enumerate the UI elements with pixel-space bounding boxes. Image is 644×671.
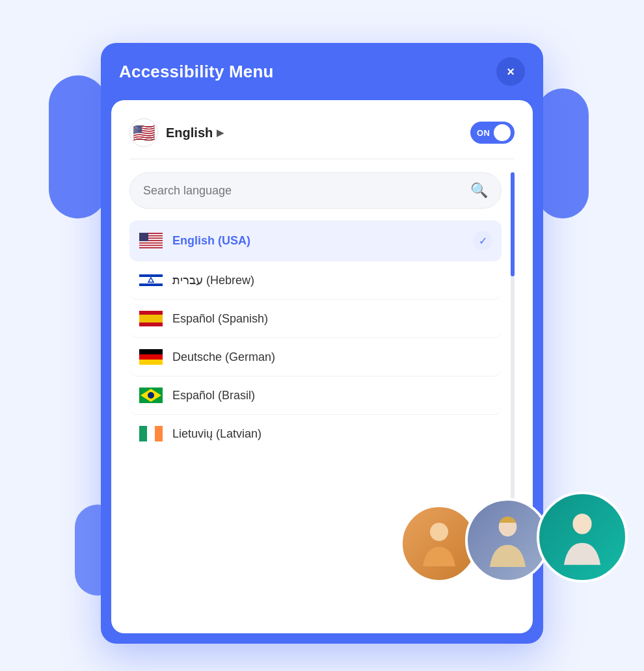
- svg-point-19: [148, 392, 154, 399]
- lang-name-he: עברית (Hebrew): [172, 273, 492, 287]
- lang-name-pt-br: Español (Brasil): [172, 389, 492, 402]
- flag-en-us: [139, 232, 163, 249]
- lang-name-de: Deutsche (German): [172, 350, 492, 364]
- svg-rect-22: [155, 426, 163, 441]
- check-icon: ✓: [473, 231, 492, 250]
- svg-rect-13: [139, 315, 163, 322]
- lang-item-en-us[interactable]: English (USA)✓: [129, 220, 502, 261]
- scrollbar-thumb: [511, 172, 515, 276]
- lang-item-pt-br[interactable]: Español (Brasil): [129, 376, 502, 415]
- blob-left: [49, 75, 107, 218]
- flag-he: [139, 272, 163, 289]
- search-icon: 🔍: [470, 182, 488, 199]
- lang-item-lt[interactable]: Lietuvių (Latvian): [129, 415, 502, 453]
- language-row: 🇺🇸 English ▶ ON: [129, 118, 515, 159]
- modal-header: Accessibility Menu ×: [101, 43, 543, 100]
- scene: Accessibility Menu × 🇺🇸 English ▶ ON: [68, 36, 576, 635]
- svg-rect-20: [139, 426, 147, 441]
- language-list: English (USA)✓עברית (Hebrew)Español (Spa…: [129, 220, 502, 453]
- search-input[interactable]: [143, 184, 470, 198]
- lang-name-lt: Lietuvių (Latvian): [172, 427, 492, 441]
- lang-name-en-us: English (USA): [172, 234, 464, 248]
- flag-es: [139, 310, 163, 327]
- flag-pt-br: [139, 387, 163, 404]
- search-box: 🔍: [129, 172, 502, 209]
- current-language-label[interactable]: English ▶: [166, 125, 224, 140]
- lang-item-es[interactable]: Español (Spanish): [129, 300, 502, 338]
- toggle-label: ON: [477, 128, 490, 138]
- close-button[interactable]: ×: [496, 57, 525, 86]
- arrow-icon: ▶: [217, 127, 224, 138]
- lang-left: 🇺🇸 English ▶: [129, 118, 224, 147]
- svg-point-23: [430, 523, 448, 541]
- flag-de: [139, 349, 163, 365]
- svg-rect-21: [147, 426, 155, 441]
- svg-rect-4: [139, 241, 163, 243]
- svg-rect-7: [139, 233, 148, 241]
- svg-point-25: [572, 514, 591, 534]
- lang-name-es: Español (Spanish): [172, 312, 492, 326]
- svg-rect-9: [139, 274, 163, 277]
- modal-title: Accessibility Menu: [119, 62, 274, 82]
- current-flag: 🇺🇸: [129, 118, 158, 147]
- flag-lt: [139, 425, 163, 442]
- svg-rect-10: [139, 283, 163, 286]
- lang-item-he[interactable]: עברית (Hebrew): [129, 261, 502, 300]
- svg-rect-14: [139, 349, 163, 354]
- svg-rect-6: [139, 246, 163, 247]
- svg-rect-16: [139, 360, 163, 365]
- avatar-3: [537, 492, 628, 583]
- avatars: [413, 492, 628, 583]
- svg-rect-5: [139, 244, 163, 245]
- svg-rect-15: [139, 354, 163, 360]
- blob-right: [537, 88, 589, 218]
- toggle-switch[interactable]: ON: [470, 122, 515, 144]
- lang-item-de[interactable]: Deutsche (German): [129, 338, 502, 376]
- toggle-knob: [494, 124, 511, 141]
